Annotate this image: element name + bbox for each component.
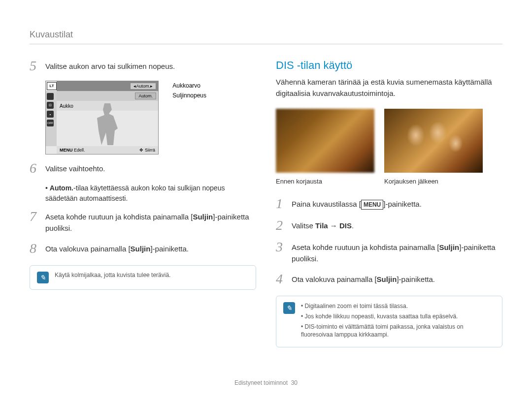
- step-number: 4: [276, 272, 286, 286]
- callout-suljinnopeus: Suljinnopeus: [172, 92, 206, 99]
- photo-comparison: [276, 109, 502, 173]
- step-number: 5: [30, 59, 39, 73]
- note-item: DIS-toiminto ei välttämättä toimi paikas…: [301, 323, 495, 339]
- lcd-row-2: Autom.: [57, 91, 158, 101]
- t: ]-painiketta.: [150, 245, 189, 253]
- step-text: Ota valokuva painamalla [Suljin]-painike…: [292, 272, 435, 286]
- step-text: Ota valokuva painamalla [Suljin]-painike…: [45, 242, 189, 255]
- lcd-main: ◂ Autom. ▸ Autom. Aukko MENU Edell. ✥ Si…: [57, 81, 158, 154]
- t: Valitse: [292, 221, 315, 230]
- note-text: Käytä kolmijalkaa, jotta kuvista tulee t…: [55, 272, 170, 278]
- t: Aseta kohde ruutuun ja kohdista painamal…: [45, 213, 193, 221]
- note-item: Jos kohde liikkuu nopeasti, kuvasta saat…: [301, 312, 495, 321]
- photo-before: [276, 109, 374, 173]
- step-number: 2: [276, 218, 286, 232]
- caption-row: Ennen korjausta Korjauksen jälkeen: [276, 178, 502, 185]
- right-column: DIS -tilan käyttö Vähennä kameran tärinä…: [276, 59, 502, 347]
- section-title: DIS -tilan käyttö: [276, 59, 502, 72]
- step-text: Valitse vaihtoehto.: [45, 161, 105, 175]
- photo-after: [384, 109, 483, 173]
- note-box-right: ✎ Digitaalinen zoom ei toimi tässä tilas…: [276, 296, 502, 347]
- autom-selector: ◂ Autom. ▸: [130, 83, 156, 90]
- callout-aukkoarvo: Aukkoarvo: [172, 82, 200, 89]
- note-icon: ✎: [283, 302, 295, 314]
- step-8: 8 Ota valokuva painamalla [Suljin]-paini…: [30, 242, 256, 255]
- step-4: 4 Ota valokuva painamalla [Suljin]-paini…: [276, 272, 502, 286]
- suljin-bold: Suljin: [193, 213, 213, 221]
- step-number: 3: [276, 240, 286, 264]
- section-header: Kuvaustilat: [30, 30, 502, 44]
- step-number: 6: [30, 161, 39, 175]
- section-intro: Vähennä kameran tärinää ja estä kuvia su…: [276, 77, 502, 99]
- t: ]-painiketta.: [397, 275, 435, 283]
- step-text: Valitse aukon arvo tai sulkimen nopeus.: [45, 59, 175, 73]
- t: Ota valokuva painamalla [: [292, 275, 377, 283]
- left-column: 5 Valitse aukon arvo tai sulkimen nopeus…: [30, 59, 256, 347]
- suljin-bold: Suljin: [439, 243, 459, 251]
- step-text: Paina kuvaustilassa [MENU]-painiketta.: [292, 197, 422, 211]
- caption-after: Korjauksen jälkeen: [384, 178, 483, 185]
- note-item: Digitaalinen zoom ei toimi tässä tilassa…: [301, 302, 495, 310]
- autom-bold: Autom.: [50, 184, 73, 192]
- step-number: 8: [30, 242, 39, 255]
- suljin-bold: Suljin: [131, 245, 151, 253]
- suljin-bold: Suljin: [377, 275, 397, 283]
- caption-before: Ennen korjausta: [276, 178, 374, 185]
- note-icon: ✎: [37, 272, 49, 283]
- t: Aseta kohde ruutuun ja kohdista painamal…: [292, 243, 439, 251]
- move-label: ✥ Siirrä: [139, 148, 155, 153]
- lt-box: LT: [47, 82, 57, 90]
- step-1: 1 Paina kuvaustilassa [MENU]-painiketta.: [276, 197, 502, 211]
- tila-dis-bold: Tila → DIS: [315, 221, 352, 230]
- step-3: 3 Aseta kohde ruutuun ja kohdista painam…: [276, 240, 502, 264]
- aukko-label: Aukko: [60, 103, 73, 109]
- footer-label: Edistyneet toiminnot: [234, 379, 288, 386]
- menu-button-icon: MENU: [361, 200, 383, 210]
- lcd-icon: ⊡: [47, 102, 54, 109]
- two-column-layout: 5 Valitse aukon arvo tai sulkimen nopeus…: [30, 59, 502, 347]
- menu-back: MENU Edell.: [60, 148, 85, 153]
- lcd-icon: [47, 93, 54, 100]
- lcd-bottom-bar: MENU Edell. ✥ Siirrä: [57, 146, 158, 154]
- note-content: Käytä kolmijalkaa, jotta kuvista tulee t…: [55, 272, 170, 283]
- autom-2: Autom.: [135, 93, 156, 99]
- page-number: 30: [291, 379, 298, 386]
- note-content: Digitaalinen zoom ei toimi tässä tilassa…: [301, 302, 495, 341]
- lcd-icon: OFF: [47, 120, 54, 126]
- step-6-sub: Autom.-tilaa käytettäessä aukon koko tai…: [45, 183, 256, 204]
- step-text: Valitse Tila → DIS.: [292, 218, 354, 232]
- lcd-top-row: ◂ Autom. ▸: [57, 81, 158, 91]
- step-7: 7 Aseta kohde ruutuun ja kohdista painam…: [30, 210, 256, 234]
- note-box: ✎ Käytä kolmijalkaa, jotta kuvista tulee…: [30, 265, 256, 290]
- lcd-sidebar: ⊡ • OFF: [46, 91, 57, 146]
- t: Paina kuvaustilassa [: [292, 200, 361, 208]
- step-text: Aseta kohde ruutuun ja kohdista painamal…: [45, 210, 256, 234]
- step-number: 1: [276, 197, 286, 211]
- t: ]-painiketta.: [383, 200, 422, 208]
- t: .: [352, 221, 354, 230]
- step-6: 6 Valitse vaihtoehto.: [30, 161, 256, 175]
- step-number: 7: [30, 210, 39, 234]
- camera-lcd-illustration: LT ⊡ • OFF ◂ Autom. ▸ Autom. Aukko: [45, 81, 159, 154]
- lcd-icon: •: [47, 111, 54, 118]
- step-text: Aseta kohde ruutuun ja kohdista painamal…: [292, 240, 502, 264]
- autom-label: Autom.: [136, 84, 150, 89]
- step-5: 5 Valitse aukon arvo tai sulkimen nopeus…: [30, 59, 256, 73]
- step-2: 2 Valitse Tila → DIS.: [276, 218, 502, 232]
- t: Ota valokuva painamalla [: [45, 245, 131, 253]
- page-footer: Edistyneet toiminnot 30: [0, 379, 532, 386]
